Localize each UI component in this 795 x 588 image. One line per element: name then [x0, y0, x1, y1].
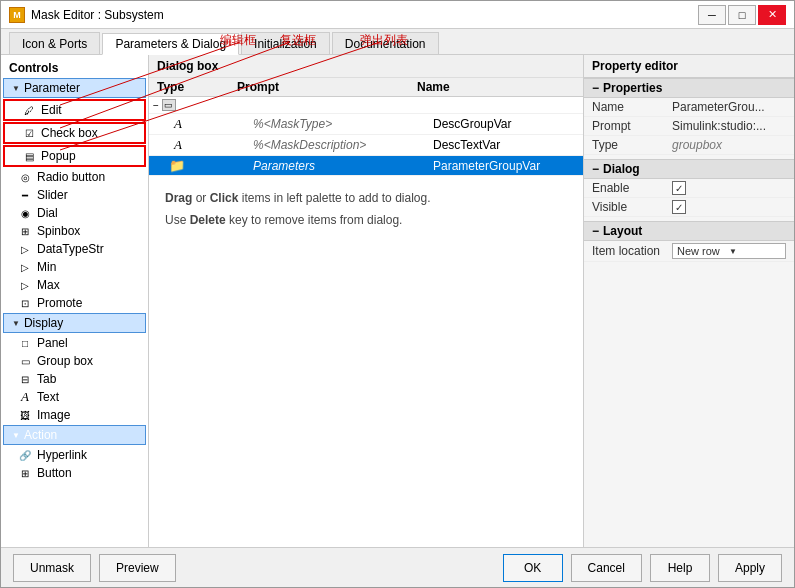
prop-item-location-label: Item location: [592, 244, 672, 258]
drag-hint-line2: Use Delete key to remove items from dial…: [165, 210, 567, 232]
display-collapse-icon: ▼: [12, 319, 20, 328]
drag-hint-line1: Drag or Click items in left palette to a…: [165, 188, 567, 210]
prop-name-value[interactable]: ParameterGrou...: [672, 100, 786, 114]
control-slider[interactable]: ━ Slider: [1, 186, 148, 204]
prop-visible-row: Visible ✓: [584, 198, 794, 217]
control-button[interactable]: ⊞ Button: [1, 464, 148, 482]
tab-icon-ports[interactable]: Icon & Ports: [9, 32, 100, 54]
slider-icon: ━: [17, 188, 33, 202]
row3-type-icon: A: [169, 137, 187, 153]
datatypestr-icon: ▷: [17, 242, 33, 256]
property-editor-panel: Property editor − Properties Name Parame…: [584, 55, 794, 547]
control-max[interactable]: ▷ Max: [1, 276, 148, 294]
control-spinbox[interactable]: ⊞ Spinbox: [1, 222, 148, 240]
dropdown-arrow-icon: ▼: [729, 247, 781, 256]
item-location-dropdown[interactable]: New row ▼: [672, 243, 786, 259]
text-icon: A: [17, 390, 33, 404]
control-radio[interactable]: ◎ Radio button: [1, 168, 148, 186]
promote-icon: ⊡: [17, 296, 33, 310]
prop-prompt-value[interactable]: Simulink:studio:...: [672, 119, 786, 133]
prop-enable-row: Enable ✓: [584, 179, 794, 198]
dialog-row-1[interactable]: − ▭: [149, 97, 583, 114]
control-image[interactable]: 🖼 Image: [1, 406, 148, 424]
control-min[interactable]: ▷ Min: [1, 258, 148, 276]
close-button[interactable]: ✕: [758, 5, 786, 25]
ok-button[interactable]: OK: [503, 554, 563, 582]
title-bar-left: M Mask Editor : Subsystem: [9, 7, 164, 23]
prop-item-location-select[interactable]: New row ▼: [672, 243, 786, 259]
row2-type-icon: A: [169, 116, 187, 132]
controls-panel: Controls ▼ Parameter 🖊 Edit ☑ Check box …: [1, 55, 149, 547]
help-button[interactable]: Help: [650, 554, 710, 582]
cancel-button[interactable]: Cancel: [571, 554, 642, 582]
parameter-group-header[interactable]: ▼ Parameter: [3, 78, 146, 98]
main-window: M Mask Editor : Subsystem ─ □ ✕ Icon & P…: [0, 0, 795, 588]
control-edit[interactable]: 🖊 Edit: [3, 99, 146, 121]
row2-prompt: %<MaskType>: [249, 117, 429, 131]
drag-hint: Drag or Click items in left palette to a…: [149, 176, 583, 243]
control-tab[interactable]: ⊟ Tab: [1, 370, 148, 388]
hyperlink-icon: 🔗: [17, 448, 33, 462]
minimize-button[interactable]: ─: [698, 5, 726, 25]
action-group-header[interactable]: ▼ Action: [3, 425, 146, 445]
max-icon: ▷: [17, 278, 33, 292]
properties-section: − Properties Name ParameterGrou... Promp…: [584, 78, 794, 155]
dialog-table-header: Type Prompt Name: [149, 78, 583, 97]
enable-checkbox-visual[interactable]: ✓: [672, 181, 686, 195]
control-groupbox[interactable]: ▭ Group box: [1, 352, 148, 370]
unmask-button[interactable]: Unmask: [13, 554, 91, 582]
apply-button[interactable]: Apply: [718, 554, 782, 582]
window-title: Mask Editor : Subsystem: [31, 8, 164, 22]
row1-type-icon: ▭: [162, 99, 176, 111]
control-dial[interactable]: ◉ Dial: [1, 204, 148, 222]
button-control-icon: ⊞: [17, 466, 33, 480]
display-group-header[interactable]: ▼ Display: [3, 313, 146, 333]
image-icon: 🖼: [17, 408, 33, 422]
dialog-row-3[interactable]: A %<MaskDescription> DescTextVar: [149, 135, 583, 156]
control-text[interactable]: A Text: [1, 388, 148, 406]
control-promote[interactable]: ⊡ Promote: [1, 294, 148, 312]
control-popup[interactable]: ▤ Popup: [3, 145, 146, 167]
tab-parameters-dialog[interactable]: Parameters & Dialog: [102, 33, 239, 55]
row1-type: − ▭: [153, 99, 233, 111]
col-type-header: Type: [153, 80, 233, 94]
app-icon: M: [9, 7, 25, 23]
groupbox-icon: ▭: [17, 354, 33, 368]
dialog-row-2[interactable]: A %<MaskType> DescGroupVar: [149, 114, 583, 135]
edit-icon: 🖊: [21, 103, 37, 117]
tab-documentation[interactable]: Documentation: [332, 32, 439, 54]
control-checkbox[interactable]: ☑ Check box: [3, 122, 146, 144]
dialog-section-title: − Dialog: [584, 159, 794, 179]
row1-expand: −: [153, 100, 159, 111]
dialog-box-panel: Dialog box Type Prompt Name − ▭ A: [149, 55, 584, 547]
dialog-section: − Dialog Enable ✓ Visible ✓: [584, 159, 794, 217]
tab-initialization[interactable]: Initialization: [241, 32, 330, 54]
drag-text: Drag: [165, 191, 192, 205]
row2-type: A: [169, 116, 249, 132]
tab-icon: ⊟: [17, 372, 33, 386]
maximize-button[interactable]: □: [728, 5, 756, 25]
click-text: Click: [210, 191, 239, 205]
properties-collapse-icon: −: [592, 81, 599, 95]
visible-checkbox-visual[interactable]: ✓: [672, 200, 686, 214]
control-panel[interactable]: □ Panel: [1, 334, 148, 352]
prop-visible-checkbox[interactable]: ✓: [672, 200, 786, 214]
dial-icon: ◉: [17, 206, 33, 220]
dialog-row-4[interactable]: 📁 Parameters ParameterGroupVar: [149, 156, 583, 176]
control-datatypestr[interactable]: ▷ DataTypeStr: [1, 240, 148, 258]
popup-icon: ▤: [21, 149, 37, 163]
prop-enable-checkbox[interactable]: ✓: [672, 181, 786, 195]
preview-button[interactable]: Preview: [99, 554, 176, 582]
properties-section-title: − Properties: [584, 78, 794, 98]
prop-type-label: Type: [592, 138, 672, 152]
min-icon: ▷: [17, 260, 33, 274]
control-hyperlink[interactable]: 🔗 Hyperlink: [1, 446, 148, 464]
title-buttons: ─ □ ✕: [698, 5, 786, 25]
prop-prompt-label: Prompt: [592, 119, 672, 133]
checkbox-icon: ☑: [21, 126, 37, 140]
layout-section: − Layout Item location New row ▼: [584, 221, 794, 262]
row4-prompt: Parameters: [249, 159, 429, 173]
layout-collapse-icon: −: [592, 224, 599, 238]
bottom-left-buttons: Unmask Preview: [13, 554, 176, 582]
prop-prompt-row: Prompt Simulink:studio:...: [584, 117, 794, 136]
